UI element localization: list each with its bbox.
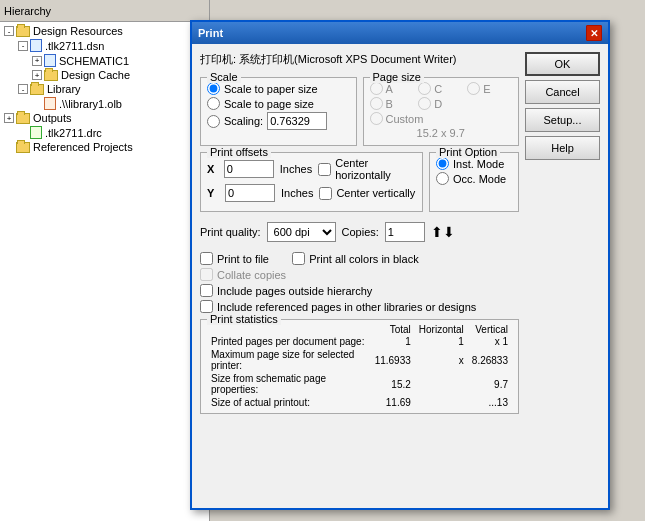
inst-mode-label: Inst. Mode [453,158,504,170]
y-label: Y [207,187,219,199]
page-size-D: D [418,97,463,110]
expand-design-cache[interactable]: + [32,70,42,80]
stats-total-3: 15.2 [371,372,415,396]
stats-col-total: Total [371,324,415,335]
page-size-B: B [370,97,415,110]
expand-schematic1[interactable]: + [32,56,42,66]
y-offset-input[interactable] [225,184,275,202]
include-pages-label: Include pages outside hierarchy [217,285,372,297]
stats-title: Print statistics [207,313,281,325]
stats-row-2: Maximum page size for selected printer: … [207,348,512,372]
page-size-C-label: C [434,83,442,95]
expand-design-resources[interactable]: - [4,26,14,36]
tree-item-design-cache[interactable]: + Design Cache [0,68,209,82]
help-button[interactable]: Help [525,136,600,160]
scale-to-page-radio[interactable] [207,97,220,110]
print-to-file-label: Print to file [217,253,269,265]
page-size-C: C [418,82,463,95]
stats-row-3: Size from schematic page properties: 15.… [207,372,512,396]
page-size-custom: Custom [370,112,513,125]
expand-library[interactable]: - [18,84,28,94]
page-size-B-label: B [386,98,393,110]
tree-item-outputs[interactable]: + Outputs [0,111,209,125]
tree-content: - Design Resources - .tlk2711.dsn + SCHE… [0,22,209,156]
occ-mode-radio[interactable] [436,172,449,185]
center-v-checkbox[interactable] [319,187,332,200]
include-referenced-row: Include referenced pages in other librar… [200,300,519,313]
y-inches-label: Inches [281,187,313,199]
scale-to-paper-row: Scale to paper size [207,82,350,95]
stats-h-1: 1 [415,335,468,348]
page-size-D-radio [418,97,431,110]
stats-v-1: x 1 [468,335,512,348]
stats-v-3: 9.7 [468,372,512,396]
cancel-button[interactable]: Cancel [525,80,600,104]
file-icon-dsn [30,39,42,52]
file-icon-drc [30,126,42,139]
center-h-checkbox[interactable] [318,163,331,176]
page-size-D-label: D [434,98,442,110]
scale-group-label: Scale [207,71,241,83]
scaling-row: Scaling: [207,112,350,130]
tree-label: Design Resources [33,25,123,37]
page-size-E-label: E [483,83,490,95]
ok-button[interactable]: OK [525,52,600,76]
inst-mode-radio[interactable] [436,157,449,170]
quality-select[interactable]: 600 dpi 300 dpi 1200 dpi [267,222,336,242]
stats-col-horizontal: Horizontal [415,324,468,335]
tree-item-dsn[interactable]: - .tlk2711.dsn [0,38,209,53]
tree-toolbar: Hierarchy [0,0,209,22]
page-size-custom-label: Custom [386,113,424,125]
stats-v-4: ...13 [468,396,512,409]
scale-to-paper-radio[interactable] [207,82,220,95]
folder-icon-library [30,84,44,95]
scaling-radio[interactable] [207,115,220,128]
stats-label-4: Size of actual printout: [207,396,371,409]
collate-label: Collate copies [217,269,286,281]
print-statistics: Print statistics Total Horizontal Vertic… [200,319,519,414]
quality-row: Print quality: 600 dpi 300 dpi 1200 dpi … [200,222,519,242]
print-to-file-row: Print to file Print all colors in black [200,252,519,265]
page-size-group: Page size A C E [363,77,520,146]
tree-item-drc[interactable]: .tlk2711.drc [0,125,209,140]
close-button[interactable]: ✕ [586,25,602,41]
scale-to-page-label: Scale to page size [224,98,314,110]
page-size-E: E [467,82,512,95]
print-all-colors-checkbox[interactable] [292,252,305,265]
custom-dims: 15.2 x 9.7 [370,127,513,139]
x-offset-input[interactable] [224,160,274,178]
x-inches-label: Inches [280,163,312,175]
tree-label: Design Cache [61,69,130,81]
scaling-input[interactable] [267,112,327,130]
stats-col-vertical: Vertical [468,324,512,335]
tree-item-library[interactable]: - Library [0,82,209,96]
expand-outputs[interactable]: + [4,113,14,123]
expand-dsn[interactable]: - [18,41,28,51]
stats-col-label [207,324,371,335]
print-offsets-label: Print offsets [207,146,271,158]
include-pages-row: Include pages outside hierarchy [200,284,519,297]
tree-item-design-resources[interactable]: - Design Resources [0,24,209,38]
dialog-main: 打印机: 系统打印机(Microsoft XPS Document Writer… [200,52,519,500]
print-offsets-group: Print offsets X Inches Center horizontal… [200,152,423,212]
include-pages-checkbox[interactable] [200,284,213,297]
print-all-colors-label: Print all colors in black [309,253,418,265]
stats-label-3: Size from schematic page properties: [207,372,371,396]
page-size-custom-radio [370,112,383,125]
tree-item-referenced-projects[interactable]: Referenced Projects [0,140,209,154]
copies-spinner[interactable]: ⬆⬇ [431,224,455,240]
collate-row: Collate copies [200,268,519,281]
copies-input[interactable] [385,222,425,242]
setup-button[interactable]: Setup... [525,108,600,132]
x-offset-row: X Inches Center horizontally [207,157,416,181]
checkboxes-section: Print to file Print all colors in black … [200,252,519,313]
dialog-titlebar: Print ✕ [192,22,608,44]
stats-table: Total Horizontal Vertical Printed pages … [207,324,512,409]
include-referenced-checkbox[interactable] [200,300,213,313]
tree-item-schematic1[interactable]: + SCHEMATIC1 [0,53,209,68]
scale-pagesize-row: Scale Scale to paper size Scale to page … [200,77,519,146]
tree-item-library1[interactable]: .\\library1.olb [0,96,209,111]
tree-label: .\\library1.olb [59,98,122,110]
print-to-file-checkbox[interactable] [200,252,213,265]
print-option-group: Print Option Inst. Mode Occ. Mode [429,152,519,212]
